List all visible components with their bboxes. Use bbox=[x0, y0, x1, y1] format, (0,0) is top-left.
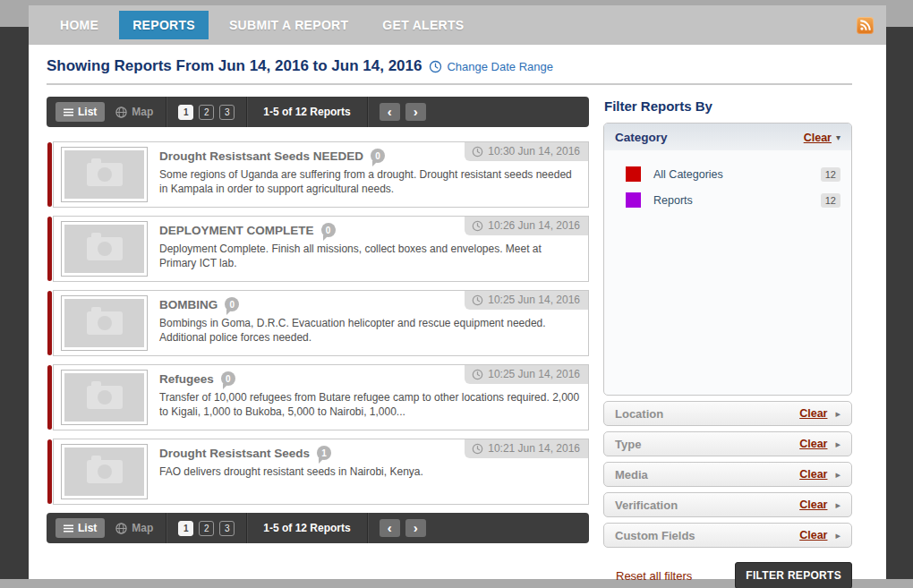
list-icon bbox=[64, 524, 73, 533]
page-button[interactable]: 1 bbox=[178, 521, 193, 536]
filter-clear-link[interactable]: Clear bbox=[799, 499, 827, 511]
filter-section-bar[interactable]: Verification Clear ▸ bbox=[603, 492, 852, 517]
chevron-right-icon: ▸ bbox=[835, 499, 840, 511]
category-panel-header[interactable]: Category Clear ▾ bbox=[604, 124, 851, 150]
category-item[interactable]: All Categories 12 bbox=[615, 161, 840, 187]
report-thumbnail bbox=[61, 221, 148, 277]
prev-page-button[interactable]: ‹ bbox=[380, 519, 400, 537]
report-description: Deployment Complete. Finish all missions… bbox=[159, 242, 581, 270]
camera-icon bbox=[87, 163, 123, 186]
collapsed-filter-list: Location Clear ▸ Type Clear ▸ bbox=[603, 401, 852, 548]
filter-sidebar: Filter Reports By Category Clear ▾ bbox=[603, 97, 852, 588]
nav-item-get-alerts[interactable]: GET ALERTS bbox=[369, 11, 477, 39]
nav-item-submit-report[interactable]: SUBMIT A REPORT bbox=[216, 11, 362, 39]
report-thumbnail bbox=[61, 295, 148, 351]
filter-section-bar[interactable]: Custom Fields Clear ▸ bbox=[603, 523, 852, 548]
globe-icon bbox=[115, 107, 127, 118]
report-category-bar bbox=[47, 217, 52, 281]
report-title-link[interactable]: Drought Resistsant Seeds bbox=[159, 447, 310, 460]
report-category-bar bbox=[47, 142, 52, 207]
comment-count-badge: 1 bbox=[317, 446, 331, 460]
report-description: Bombings in Goma, D.R.C. Evacuation heli… bbox=[159, 316, 581, 345]
clock-icon bbox=[472, 146, 483, 158]
list-view-button[interactable]: List bbox=[55, 102, 105, 122]
page-button[interactable]: 1 bbox=[178, 105, 193, 120]
filter-reports-button[interactable]: FILTER REPORTS bbox=[735, 562, 852, 588]
filter-section-bar[interactable]: Type Clear ▸ bbox=[603, 431, 852, 456]
page-button[interactable]: 3 bbox=[219, 105, 235, 120]
next-page-button[interactable]: › bbox=[405, 519, 426, 537]
report-title-link[interactable]: BOMBING bbox=[159, 298, 218, 311]
report-category-bar bbox=[47, 365, 52, 430]
chevron-right-icon: ▸ bbox=[835, 439, 840, 450]
report-thumbnail bbox=[61, 147, 148, 202]
globe-icon bbox=[115, 523, 127, 534]
comment-count-badge: 0 bbox=[321, 223, 336, 237]
filter-clear-link[interactable]: Clear bbox=[799, 407, 827, 420]
chevron-right-icon: ▸ bbox=[835, 408, 840, 420]
report-card[interactable]: Refugees 0 Transfer of 10,000 refugees f… bbox=[53, 364, 589, 430]
report-card[interactable]: Drought Resistsant Seeds 1 FAO delivers … bbox=[53, 439, 589, 505]
report-category-bar bbox=[47, 439, 52, 504]
category-count-badge: 12 bbox=[821, 167, 840, 182]
category-clear-link[interactable]: Clear bbox=[804, 132, 832, 144]
change-date-range-link[interactable]: Change Date Range bbox=[429, 60, 553, 73]
report-description: FAO delivers drought resistant seeds in … bbox=[159, 464, 581, 479]
camera-icon bbox=[87, 460, 123, 483]
rss-button[interactable] bbox=[857, 17, 874, 34]
report-timestamp: 10:26 Jun 14, 2016 bbox=[465, 217, 588, 235]
category-count-badge: 12 bbox=[821, 193, 840, 208]
nav-item-home[interactable]: HOME bbox=[47, 11, 112, 39]
report-timestamp: 10:25 Jun 14, 2016 bbox=[465, 291, 588, 310]
comment-count-badge: 0 bbox=[225, 297, 239, 311]
page-button[interactable]: 2 bbox=[199, 105, 214, 120]
camera-icon bbox=[87, 311, 123, 335]
filter-clear-link[interactable]: Clear bbox=[799, 468, 827, 481]
page-button[interactable]: 2 bbox=[199, 521, 214, 536]
filter-section-bar[interactable]: Location Clear ▸ bbox=[603, 401, 852, 426]
report-timestamp: 10:21 Jun 14, 2016 bbox=[465, 439, 588, 458]
report-list: Drought Resistsant Seeds NEEDED 0 Some r… bbox=[47, 141, 589, 505]
list-view-button[interactable]: List bbox=[55, 518, 105, 538]
reports-column: List Map 1 2 3 1-5 of 12 Reports bbox=[47, 97, 589, 588]
rss-icon bbox=[859, 20, 871, 31]
report-description: Transfer of 10,000 refugees from Butare … bbox=[159, 390, 581, 419]
clock-icon bbox=[472, 443, 483, 455]
report-timestamp: 10:30 Jun 14, 2016 bbox=[465, 142, 588, 161]
list-icon bbox=[64, 108, 73, 116]
prev-page-button[interactable]: ‹ bbox=[380, 103, 400, 121]
report-title-link[interactable]: Refugees bbox=[159, 372, 214, 386]
page-container: HOME REPORTS SUBMIT A REPORT GET ALERTS … bbox=[29, 5, 886, 579]
category-item[interactable]: Reports 12 bbox=[615, 187, 840, 213]
report-card[interactable]: DEPLOYMENT COMPLETE 0 Deployment Complet… bbox=[53, 216, 589, 282]
reports-toolbar-bottom: List Map 1 2 3 1-5 of 12 Reports bbox=[47, 513, 589, 543]
chevron-down-icon: ▾ bbox=[836, 132, 840, 142]
report-title-link[interactable]: Drought Resistsant Seeds NEEDED bbox=[159, 149, 363, 163]
camera-icon bbox=[87, 237, 123, 260]
results-count: 1-5 of 12 Reports bbox=[256, 522, 357, 534]
filter-section-bar[interactable]: Media Clear ▸ bbox=[603, 462, 852, 487]
report-card[interactable]: Drought Resistsant Seeds NEEDED 0 Some r… bbox=[53, 141, 589, 208]
map-view-button[interactable]: Map bbox=[115, 106, 153, 118]
filter-clear-link[interactable]: Clear bbox=[799, 438, 827, 450]
map-view-button[interactable]: Map bbox=[115, 522, 153, 534]
category-panel-title: Category bbox=[615, 131, 668, 144]
report-timestamp: 10:25 Jun 14, 2016 bbox=[465, 365, 588, 384]
reports-toolbar-top: List Map 1 2 3 1-5 of 12 Reports bbox=[47, 97, 589, 127]
report-title-link[interactable]: DEPLOYMENT COMPLETE bbox=[159, 224, 314, 237]
comment-count-badge: 0 bbox=[371, 149, 385, 163]
report-thumbnail bbox=[61, 444, 148, 499]
category-color-swatch bbox=[626, 166, 641, 182]
camera-icon bbox=[87, 386, 123, 409]
page-button[interactable]: 3 bbox=[219, 521, 235, 536]
comment-count-badge: 0 bbox=[221, 371, 235, 386]
reset-all-filters-link[interactable]: Reset all filters bbox=[616, 569, 692, 583]
clock-icon bbox=[472, 294, 483, 306]
next-page-button[interactable]: › bbox=[405, 103, 426, 121]
report-card[interactable]: BOMBING 0 Bombings in Goma, D.R.C. Evacu… bbox=[53, 290, 589, 356]
filter-clear-link[interactable]: Clear bbox=[799, 529, 827, 541]
category-color-swatch bbox=[626, 192, 641, 208]
top-navbar: HOME REPORTS SUBMIT A REPORT GET ALERTS bbox=[29, 5, 886, 45]
results-count: 1-5 of 12 Reports bbox=[256, 106, 357, 118]
nav-item-reports[interactable]: REPORTS bbox=[119, 11, 209, 39]
